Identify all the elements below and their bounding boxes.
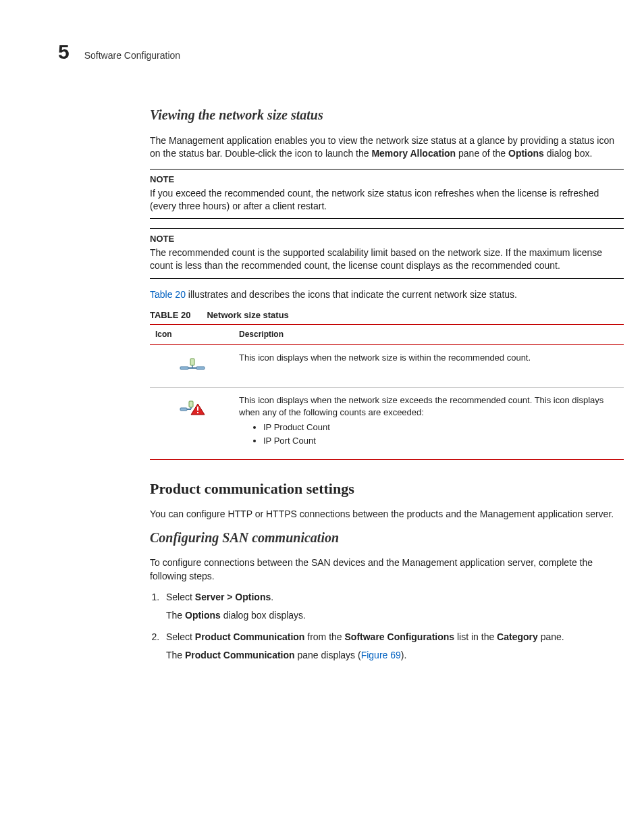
note-block-2: NOTE The recommended count is the suppor… xyxy=(150,228,624,279)
icon-cell-warning xyxy=(150,388,234,460)
text-bold: Memory Allocation xyxy=(371,148,456,159)
text-bold: Options xyxy=(185,610,221,621)
description-cell: This icon displays when the network size… xyxy=(234,344,624,388)
note-block-1: NOTE If you exceed the recommended count… xyxy=(150,169,624,219)
note-text: The recommended count is the supported s… xyxy=(150,246,624,273)
text: pane displays ( xyxy=(295,650,361,660)
section-heading-viewing: Viewing the network size status xyxy=(150,106,624,125)
list-item: IP Port Count xyxy=(263,435,620,447)
text: pane of the xyxy=(456,148,508,159)
table-row: This icon displays when the network size… xyxy=(150,388,624,460)
network-ok-icon xyxy=(179,356,206,373)
step-sub: The Options dialog box displays. xyxy=(166,609,624,622)
steps-list: Select Server > Options. The Options dia… xyxy=(150,591,624,662)
step-1: Select Server > Options. The Options dia… xyxy=(162,591,624,623)
text: list in the xyxy=(454,631,497,642)
text: This icon displays when the network size… xyxy=(239,395,603,417)
network-warning-icon xyxy=(179,398,206,416)
list-item: IP Product Count xyxy=(263,421,620,434)
svg-rect-9 xyxy=(197,407,198,411)
text-bold: Software Configurations xyxy=(345,631,455,642)
note-label: NOTE xyxy=(150,233,624,245)
figure-crossref-link[interactable]: Figure 69 xyxy=(361,650,401,660)
text: The xyxy=(166,650,185,660)
svg-rect-6 xyxy=(187,409,191,410)
text-bold: Server > Options xyxy=(195,592,271,602)
text: Select xyxy=(166,631,195,642)
exceeded-counts-list: IP Product Count IP Port Count xyxy=(239,421,620,447)
chapter-title: Software Configuration xyxy=(84,49,180,62)
network-size-status-table: Icon Description Th xyxy=(150,324,624,460)
table-caption: TABLE 20Network size status xyxy=(150,309,624,321)
step-sub: The Product Communication pane displays … xyxy=(166,649,624,662)
chapter-number: 5 xyxy=(58,38,70,66)
page-content: Viewing the network size status The Mana… xyxy=(150,106,624,662)
text-bold: Product Communication xyxy=(195,631,305,642)
table-leadin: Table 20 illustrates and describes the i… xyxy=(150,288,624,301)
table-crossref-link[interactable]: Table 20 xyxy=(150,289,186,300)
table-number: TABLE 20 xyxy=(150,309,190,321)
svg-rect-1 xyxy=(196,367,205,369)
svg-rect-7 xyxy=(189,401,193,407)
section-heading-config-san: Configuring SAN communication xyxy=(150,529,624,548)
svg-rect-3 xyxy=(190,359,194,365)
step-2: Select Product Communication from the So… xyxy=(162,631,624,662)
page-header: 5 Software Configuration xyxy=(58,38,624,66)
text: illustrates and describes the icons that… xyxy=(186,289,517,300)
svg-rect-10 xyxy=(197,412,198,413)
intro-paragraph: The Management application enables you t… xyxy=(150,134,624,161)
table-header-icon: Icon xyxy=(150,324,234,344)
section-heading-product-comm: Product communication settings xyxy=(150,479,624,499)
note-label: NOTE xyxy=(150,174,624,186)
note-text: If you exceed the recommended count, the… xyxy=(150,187,624,213)
table-title: Network size status xyxy=(207,310,288,320)
description-cell: This icon displays when the network size… xyxy=(234,388,624,460)
text-bold: Product Communication xyxy=(185,650,295,660)
text: dialog box displays. xyxy=(221,610,306,621)
text-bold: Options xyxy=(508,148,544,159)
table-row: This icon displays when the network size… xyxy=(150,344,624,388)
paragraph: You can configure HTTP or HTTPS connecti… xyxy=(150,508,624,521)
paragraph: To configure connections between the SAN… xyxy=(150,556,624,583)
svg-rect-0 xyxy=(180,367,188,369)
svg-rect-5 xyxy=(180,408,187,411)
text: dialog box. xyxy=(544,148,593,159)
icon-cell-ok xyxy=(150,344,234,388)
text: ). xyxy=(401,650,407,660)
text: . xyxy=(271,592,273,602)
table-header-description: Description xyxy=(234,324,624,344)
text-bold: Category xyxy=(497,631,538,642)
text: Select xyxy=(166,592,195,602)
text: The xyxy=(166,610,185,621)
text: pane. xyxy=(538,631,564,642)
text: from the xyxy=(304,631,344,642)
